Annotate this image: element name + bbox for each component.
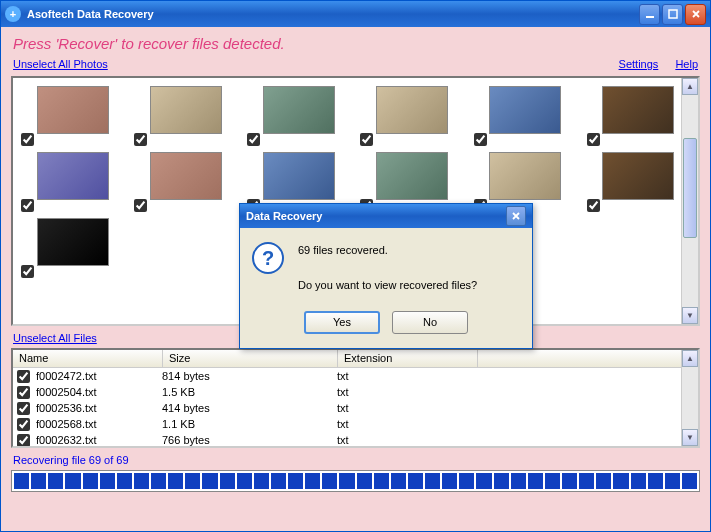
file-checkbox[interactable] <box>17 418 30 431</box>
scroll-up-icon[interactable]: ▲ <box>682 350 698 367</box>
photo-checkbox[interactable] <box>134 133 147 146</box>
recovery-dialog: Data Recovery ? 69 files recovered. Do y… <box>239 203 533 349</box>
table-row[interactable]: f0002568.txt1.1 KBtxt <box>13 416 698 432</box>
settings-link[interactable]: Settings <box>619 58 659 70</box>
file-ext: txt <box>337 402 477 414</box>
dialog-line2: Do you want to view recovered files? <box>298 277 477 295</box>
svg-rect-0 <box>646 16 654 18</box>
file-size: 1.1 KB <box>162 418 337 430</box>
photo-checkbox[interactable] <box>247 133 260 146</box>
scroll-down-icon[interactable]: ▼ <box>682 307 698 324</box>
photo-scrollbar[interactable]: ▲ ▼ <box>681 78 698 324</box>
photo-item[interactable] <box>358 86 465 142</box>
dialog-title: Data Recovery <box>246 210 506 222</box>
dialog-message: 69 files recovered. Do you want to view … <box>298 242 477 295</box>
help-link[interactable]: Help <box>675 58 698 70</box>
photo-item[interactable] <box>585 86 692 142</box>
photo-thumbnail <box>37 152 109 200</box>
photo-checkbox[interactable] <box>474 133 487 146</box>
photo-item[interactable] <box>19 86 126 142</box>
photo-thumbnail <box>602 152 674 200</box>
photo-thumbnail <box>263 86 335 134</box>
photo-item[interactable] <box>132 152 239 208</box>
app-icon: + <box>5 6 21 22</box>
file-checkbox[interactable] <box>17 386 30 399</box>
scroll-thumb[interactable] <box>683 138 697 238</box>
dialog-buttons: Yes No <box>240 305 532 348</box>
unselect-all-photos-link[interactable]: Unselect All Photos <box>13 58 108 70</box>
file-ext: txt <box>337 386 477 398</box>
photo-item[interactable] <box>585 152 692 208</box>
col-header-name[interactable]: Name <box>13 350 163 367</box>
photo-checkbox[interactable] <box>21 199 34 212</box>
table-row[interactable]: f0002504.txt1.5 KBtxt <box>13 384 698 400</box>
file-list-panel: Name Size Extension f0002472.txt814 byte… <box>11 348 700 448</box>
close-button[interactable] <box>685 4 706 25</box>
file-list-header: Name Size Extension <box>13 350 698 368</box>
photo-item[interactable] <box>358 152 465 208</box>
toolbar-links: Unselect All Photos Settings Help <box>1 56 710 76</box>
photo-thumbnail <box>263 152 335 200</box>
photo-item[interactable] <box>472 86 579 142</box>
photo-thumbnail <box>37 86 109 134</box>
file-scrollbar[interactable]: ▲ ▼ <box>681 350 698 446</box>
close-icon <box>511 211 521 221</box>
file-checkbox[interactable] <box>17 370 30 383</box>
photo-thumbnail <box>37 218 109 266</box>
photo-checkbox[interactable] <box>587 199 600 212</box>
scroll-up-icon[interactable]: ▲ <box>682 78 698 95</box>
photo-thumbnail <box>150 152 222 200</box>
minimize-icon <box>645 9 655 19</box>
photo-thumbnail <box>376 86 448 134</box>
photo-thumbnail <box>489 86 561 134</box>
main-window: + Asoftech Data Recovery Press 'Recover'… <box>0 0 711 532</box>
maximize-icon <box>668 9 678 19</box>
photo-item[interactable] <box>19 218 126 274</box>
file-size: 766 bytes <box>162 434 337 446</box>
dialog-close-button[interactable] <box>506 206 526 226</box>
no-button[interactable]: No <box>392 311 468 334</box>
table-row[interactable]: f0002536.txt414 bytestxt <box>13 400 698 416</box>
photo-checkbox[interactable] <box>134 199 147 212</box>
yes-button[interactable]: Yes <box>304 311 380 334</box>
close-icon <box>691 9 701 19</box>
table-row[interactable]: f0002472.txt814 bytestxt <box>13 368 698 384</box>
file-size: 1.5 KB <box>162 386 337 398</box>
photo-item[interactable] <box>19 152 126 208</box>
photo-checkbox[interactable] <box>587 133 600 146</box>
file-rows: f0002472.txt814 bytestxt f0002504.txt1.5… <box>13 368 698 448</box>
titlebar: + Asoftech Data Recovery <box>1 1 710 27</box>
photo-item[interactable] <box>132 86 239 142</box>
file-name: f0002632.txt <box>34 434 162 446</box>
dialog-body: ? 69 files recovered. Do you want to vie… <box>240 228 532 305</box>
table-row[interactable]: f0002632.txt766 bytestxt <box>13 432 698 448</box>
file-checkbox[interactable] <box>17 402 30 415</box>
photo-checkbox[interactable] <box>21 265 34 278</box>
photo-thumbnail <box>602 86 674 134</box>
photo-item[interactable] <box>245 152 352 208</box>
instruction-text: Press 'Recover' to recover files detecte… <box>1 27 710 56</box>
file-ext: txt <box>337 418 477 430</box>
file-name: f0002504.txt <box>34 386 162 398</box>
dialog-line1: 69 files recovered. <box>298 242 477 260</box>
col-header-size[interactable]: Size <box>163 350 338 367</box>
file-size: 414 bytes <box>162 402 337 414</box>
photo-item[interactable] <box>472 152 579 208</box>
file-size: 814 bytes <box>162 370 337 382</box>
progress-bar <box>11 470 700 492</box>
photo-checkbox[interactable] <box>21 133 34 146</box>
col-header-extension[interactable]: Extension <box>338 350 478 367</box>
file-name: f0002472.txt <box>34 370 162 382</box>
maximize-button[interactable] <box>662 4 683 25</box>
photo-item[interactable] <box>245 86 352 142</box>
file-name: f0002568.txt <box>34 418 162 430</box>
photo-thumbnail <box>150 86 222 134</box>
unselect-all-files-link[interactable]: Unselect All Files <box>1 326 109 348</box>
window-buttons <box>639 4 706 25</box>
file-checkbox[interactable] <box>17 434 30 447</box>
minimize-button[interactable] <box>639 4 660 25</box>
scroll-down-icon[interactable]: ▼ <box>682 429 698 446</box>
file-ext: txt <box>337 370 477 382</box>
file-name: f0002536.txt <box>34 402 162 414</box>
photo-checkbox[interactable] <box>360 133 373 146</box>
